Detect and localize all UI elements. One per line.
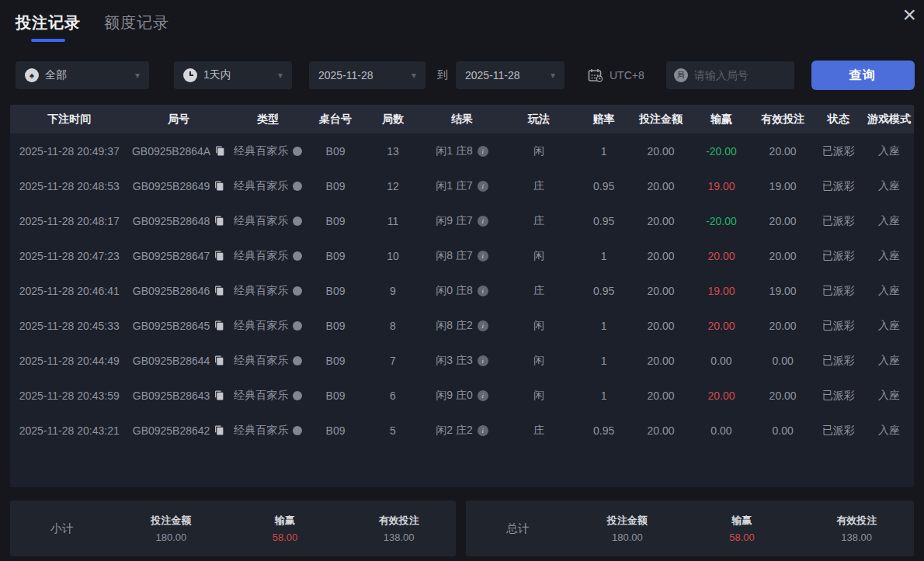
cell-round-no: 6	[363, 390, 422, 402]
column-header-12: 游戏模式	[864, 113, 914, 126]
tab-quota-records[interactable]: 额度记录	[104, 12, 169, 33]
calendar-clock-icon	[588, 68, 603, 82]
cell-round-id: GB0925B28647	[128, 250, 228, 262]
cell-round-no: 12	[363, 180, 422, 192]
cell-odds: 1	[576, 145, 632, 158]
cell-play: 闲	[502, 249, 575, 263]
cell-bet-time: 2025-11-28 20:44:49	[10, 355, 128, 367]
chevron-down-icon: ▾	[278, 70, 283, 81]
cell-table-no: B09	[307, 285, 363, 297]
cell-odds: 1	[576, 390, 632, 402]
cell-result: 闲8 庄7 i	[422, 249, 502, 263]
cell-bet-amount: 20.00	[632, 424, 690, 437]
result-text: 闲0 庄8	[436, 284, 472, 298]
table-row: 2025-11-28 20:49:37 GB0925B2864A 经典百家乐 B…	[10, 133, 914, 168]
cell-valid-bet: 19.00	[753, 180, 813, 192]
cell-bet-time: 2025-11-28 20:46:41	[10, 285, 128, 297]
cell-bet-time: 2025-11-28 20:43:21	[10, 424, 128, 437]
copy-icon[interactable]	[214, 320, 224, 331]
date-to-value: 2025-11-28	[465, 69, 520, 81]
info-icon[interactable]: i	[478, 320, 488, 331]
date-from-select[interactable]: 2025-11-28 ▾	[309, 61, 426, 89]
date-from-value: 2025-11-28	[318, 69, 373, 81]
cell-valid-bet: 20.00	[753, 250, 813, 262]
column-header-8: 投注金额	[632, 113, 690, 126]
game-type-text: 经典百家乐	[234, 284, 288, 298]
cell-odds: 1	[576, 250, 632, 262]
cell-game-mode: 入座	[864, 424, 914, 438]
column-header-11: 状态	[813, 113, 864, 126]
info-icon[interactable]: i	[478, 286, 488, 296]
game-type-dot-icon	[293, 147, 302, 156]
cell-bet-time: 2025-11-28 20:43:59	[10, 390, 128, 402]
copy-icon[interactable]	[214, 181, 224, 191]
table-row: 2025-11-28 20:45:33 GB0925B28645 经典百家乐 B…	[10, 308, 914, 343]
date-to-select[interactable]: 2025-11-28 ▾	[456, 61, 564, 89]
game-type-dot-icon	[293, 182, 302, 191]
info-icon[interactable]: i	[478, 216, 488, 227]
game-type-text: 经典百家乐	[234, 389, 288, 403]
info-icon[interactable]: i	[478, 181, 488, 192]
info-icon[interactable]: i	[478, 425, 488, 436]
game-type-text: 经典百家乐	[234, 319, 288, 333]
copy-icon[interactable]	[214, 286, 224, 296]
cell-round-no: 11	[363, 215, 422, 227]
result-text: 闲9 庄7	[436, 214, 472, 228]
cell-game-type: 经典百家乐	[229, 424, 307, 438]
cell-bet-amount: 20.00	[632, 145, 690, 158]
copy-icon[interactable]	[214, 390, 224, 400]
cell-play: 庄	[502, 424, 575, 438]
cell-game-mode: 入座	[864, 389, 914, 403]
cell-bet-time: 2025-11-28 20:47:23	[10, 250, 128, 262]
close-icon[interactable]: ×	[902, 3, 916, 26]
column-header-1: 局号	[128, 113, 228, 126]
round-search-field[interactable]: 局	[666, 61, 794, 89]
cell-game-mode: 入座	[864, 179, 914, 193]
total-valid-bet: 有效投注 138.00	[799, 514, 914, 543]
table-row: 2025-11-28 20:48:53 GB0925B28649 经典百家乐 B…	[10, 168, 914, 203]
copy-icon[interactable]	[215, 146, 225, 156]
tab-bar: 投注记录 额度记录	[16, 12, 908, 42]
cell-valid-bet: 19.00	[753, 285, 813, 297]
cell-bet-amount: 20.00	[632, 180, 690, 192]
query-button[interactable]: 查询	[811, 61, 915, 90]
game-type-select[interactable]: ♠ 全部 ▾	[16, 61, 149, 89]
table-row: 2025-11-28 20:48:17 GB0925B28648 经典百家乐 B…	[10, 203, 914, 238]
table-row: 2025-11-28 20:43:21 GB0925B28642 经典百家乐 B…	[10, 413, 914, 448]
info-icon[interactable]: i	[478, 251, 488, 261]
column-header-9: 输赢	[690, 113, 752, 126]
cell-play: 闲	[502, 319, 575, 333]
cell-game-type: 经典百家乐	[229, 249, 307, 263]
round-search-input[interactable]	[694, 69, 780, 81]
cell-game-mode: 入座	[864, 319, 914, 333]
cell-status: 已派彩	[813, 319, 864, 333]
time-range-select[interactable]: 1天内 ▾	[174, 61, 292, 89]
filter-bar: ♠ 全部 ▾ 1天内 ▾ 2025-11-28 ▾ 到 2025-11-28 ▾…	[16, 61, 924, 90]
info-icon[interactable]: i	[478, 355, 488, 366]
game-type-dot-icon	[293, 286, 302, 296]
cell-game-type: 经典百家乐	[229, 284, 307, 298]
info-icon[interactable]: i	[478, 146, 488, 157]
copy-icon[interactable]	[214, 216, 224, 226]
tab-bet-records[interactable]: 投注记录	[16, 12, 81, 42]
cell-round-id: GB0925B2864A	[128, 145, 228, 158]
cell-play: 闲	[502, 144, 575, 158]
copy-icon[interactable]	[214, 425, 224, 435]
chevron-down-icon: ▾	[551, 70, 555, 81]
game-type-dot-icon	[293, 216, 302, 226]
copy-icon[interactable]	[214, 355, 224, 365]
cell-bet-amount: 20.00	[632, 320, 690, 332]
cell-play: 闲	[502, 389, 575, 403]
cell-result: 闲8 庄2 i	[422, 319, 502, 333]
timezone-label: UTC+8	[610, 69, 644, 81]
info-icon[interactable]: i	[478, 390, 488, 401]
cell-round-no: 10	[363, 250, 422, 262]
table-row: 2025-11-28 20:44:49 GB0925B28644 经典百家乐 B…	[10, 343, 914, 378]
copy-icon[interactable]	[214, 251, 224, 261]
cell-bet-amount: 20.00	[632, 355, 690, 367]
cell-game-type: 经典百家乐	[229, 319, 307, 333]
cell-bet-amount: 20.00	[632, 250, 690, 262]
cell-status: 已派彩	[813, 424, 864, 438]
round-id-text: GB0925B28643	[133, 390, 210, 402]
cell-game-type: 经典百家乐	[229, 214, 307, 228]
